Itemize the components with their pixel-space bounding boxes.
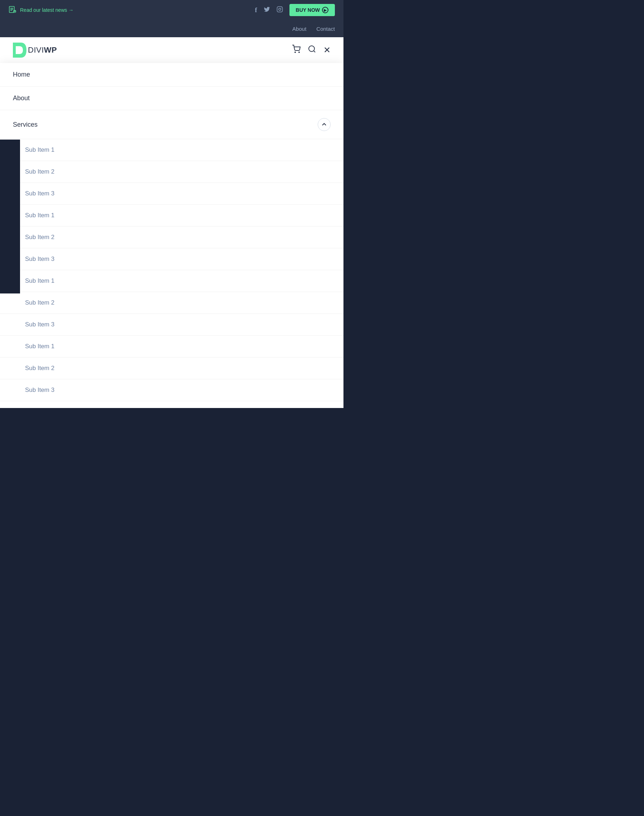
logo-wp: WP — [44, 46, 57, 54]
sub-item-2-2[interactable]: Sub Item 2 — [0, 227, 343, 248]
sub-item-1-2[interactable]: Sub Item 2 — [0, 161, 343, 183]
instagram-icon[interactable] — [276, 6, 283, 14]
sub-item-4-1[interactable]: Sub Item 1 — [0, 336, 343, 357]
buy-now-label: BUY NOW — [296, 7, 320, 13]
about-link[interactable]: About — [292, 26, 306, 32]
sub-item-label-2-1: Sub Item 1 — [25, 212, 54, 219]
search-icon[interactable] — [308, 45, 316, 55]
buy-now-button[interactable]: BUY NOW ▶ — [290, 4, 335, 16]
sub-item-label-1-1: Sub Item 1 — [25, 146, 54, 153]
side-panel-left — [0, 140, 20, 293]
sub-item-3-1[interactable]: Sub Item 1 — [0, 270, 343, 292]
logo-d-icon — [13, 43, 26, 58]
sub-item-3-3[interactable]: Sub Item 3 — [0, 314, 343, 336]
svg-rect-6 — [277, 6, 282, 12]
sub-item-2-1[interactable]: Sub Item 1 — [0, 205, 343, 227]
cart-icon[interactable] — [292, 45, 301, 55]
secondary-nav: About Contact — [0, 20, 343, 37]
contact-link[interactable]: Contact — [316, 26, 335, 32]
sub-item-4-2[interactable]: Sub Item 2 — [0, 357, 343, 379]
svg-line-12 — [314, 51, 315, 52]
top-bar: Q Read our latest news → f BUY NOW ▶ — [0, 0, 343, 20]
sub-item-label-1-2: Sub Item 2 — [25, 168, 54, 175]
sub-item-label-3-3: Sub Item 3 — [25, 321, 54, 328]
sub-item-label-3-2: Sub Item 2 — [25, 299, 54, 306]
sub-item-1-1[interactable]: Sub Item 1 — [0, 139, 343, 161]
header-icons: ✕ — [292, 45, 331, 55]
nav-home-label: Home — [13, 71, 30, 78]
sub-item-2-3[interactable]: Sub Item 3 — [0, 248, 343, 270]
logo[interactable]: DIVIWP — [13, 43, 57, 58]
sub-item-label-2-3: Sub Item 3 — [25, 256, 54, 263]
facebook-icon[interactable]: f — [255, 6, 257, 14]
nav-about-label: About — [13, 95, 30, 102]
services-chevron-icon[interactable] — [318, 118, 331, 131]
svg-point-7 — [279, 8, 281, 11]
sub-item-label-4-2: Sub Item 2 — [25, 365, 54, 372]
sub-item-1-3[interactable]: Sub Item 3 — [0, 183, 343, 205]
sub-item-3-2[interactable]: Sub Item 2 — [0, 292, 343, 314]
logo-divi: DIVI — [28, 46, 44, 54]
news-icon: Q — [9, 5, 17, 15]
logo-text: DIVIWP — [28, 46, 57, 55]
twitter-icon[interactable] — [264, 6, 270, 14]
sub-item-5-1[interactable]: Sub item 1 — [0, 401, 343, 408]
news-section[interactable]: Q Read our latest news → — [9, 5, 74, 15]
sub-item-label-2-2: Sub Item 2 — [25, 234, 54, 241]
svg-point-8 — [281, 8, 282, 8]
sub-item-label-1-3: Sub Item 3 — [25, 190, 54, 197]
sub-item-4-3[interactable]: Sub Item 3 — [0, 379, 343, 401]
sub-item-label-4-1: Sub Item 1 — [25, 343, 54, 350]
nav-item-services[interactable]: Services — [0, 110, 343, 139]
sub-item-label-4-3: Sub Item 3 — [25, 387, 54, 394]
mobile-menu: Home About Services Sub Item 1 Sub Item … — [0, 63, 343, 408]
svg-point-11 — [309, 46, 314, 52]
close-icon[interactable]: ✕ — [324, 45, 331, 55]
buy-now-circle-icon: ▶ — [322, 7, 328, 13]
nav-item-about[interactable]: About — [0, 87, 343, 110]
sub-item-label-3-1: Sub Item 1 — [25, 278, 54, 285]
news-link-text[interactable]: Read our latest news → — [20, 7, 74, 13]
top-bar-right: f BUY NOW ▶ — [255, 4, 335, 16]
svg-point-10 — [299, 52, 299, 53]
nav-item-home[interactable]: Home — [0, 63, 343, 87]
nav-services-label: Services — [13, 121, 38, 129]
header: DIVIWP ✕ — [0, 37, 343, 63]
svg-text:Q: Q — [14, 11, 16, 13]
svg-point-9 — [295, 52, 296, 53]
